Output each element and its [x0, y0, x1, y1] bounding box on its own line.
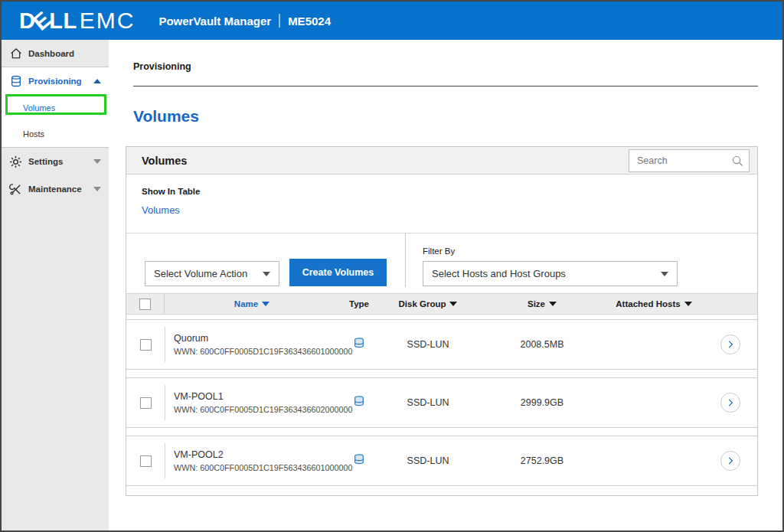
tools-icon: [9, 183, 22, 196]
action-bar-divider: [405, 233, 406, 287]
gear-icon: [9, 155, 22, 168]
table-body: Quorum WWN: 600C0FF0005D1C19F36343660100…: [126, 315, 757, 495]
table-row: Quorum WWN: 600C0FF0005D1C19F36343660100…: [126, 319, 757, 370]
sort-desc-icon: [549, 302, 557, 306]
volume-wwn: WWN: 600C0FF0005D1C19F563436601000000: [174, 463, 339, 472]
filter-by-label: Filter By: [423, 246, 678, 256]
volume-type-cell: [339, 453, 379, 468]
row-checkbox[interactable]: [140, 455, 152, 467]
dell-emc-logo: DELL EMC: [19, 8, 135, 34]
size-cell: 2008.5MB: [477, 339, 607, 350]
create-volumes-button[interactable]: Create Volumes: [289, 259, 387, 286]
size-cell: 2999.9GB: [477, 397, 607, 408]
sidebar-group-provisioning: Provisioning Volumes Hosts: [2, 67, 109, 148]
sidebar-item-hosts[interactable]: Hosts: [2, 121, 109, 147]
sidebar-item-label: Settings: [28, 157, 63, 166]
sidebar-item-label: Provisioning: [28, 77, 82, 86]
volume-type-cell: [339, 337, 379, 352]
volume-type-cell: [339, 395, 379, 410]
row-details-button[interactable]: [720, 393, 740, 413]
search-box: [629, 149, 750, 172]
volume-action-dropdown-value: Select Volume Action: [154, 268, 247, 279]
home-icon: [9, 47, 22, 60]
sidebar-subitem-label: Hosts: [23, 129, 44, 139]
sidebar-item-maintenance[interactable]: Maintenance: [2, 175, 109, 203]
row-checkbox[interactable]: [140, 397, 152, 409]
column-header-name[interactable]: Name: [165, 299, 339, 308]
table-row: VM-POOL1 WWN: 600C0FF0005D1C19F363436602…: [126, 377, 757, 428]
sort-desc-icon: [684, 302, 692, 306]
filter-group: Filter By Select Hosts and Host Groups: [423, 246, 678, 286]
volume-name: VM-POOL1: [174, 391, 339, 402]
chevron-down-icon: [93, 187, 101, 191]
powervault-manager-window: { "colors": { "brand_blue": "#0672CB", "…: [0, 0, 784, 532]
app-title: PowerVault Manager: [158, 15, 271, 28]
volume-name-cell: Quorum WWN: 600C0FF0005D1C19F36343660100…: [165, 327, 339, 362]
column-header-size[interactable]: Size: [477, 299, 607, 308]
chevron-down-icon: [93, 159, 101, 164]
header-divider: [133, 86, 758, 86]
disk-group-cell: SSD-LUN: [379, 455, 477, 466]
sidebar-item-dashboard[interactable]: Dashboard: [2, 40, 109, 67]
action-bar: Select Volume Action Create Volumes Filt…: [126, 233, 757, 293]
volume-name-cell: VM-POOL2 WWN: 600C0FF0005D1C19F563436601…: [165, 443, 339, 478]
volumes-panel: Volumes Show In Table Volumes Select Vol…: [126, 146, 758, 496]
volume-wwn: WWN: 600C0FF0005D1C19F363436601000000: [174, 347, 339, 356]
show-in-table-label: Show In Table: [142, 187, 742, 196]
chevron-down-icon: [263, 272, 270, 276]
volume-wwn: WWN: 600C0FF0005D1C19F363436602000000: [174, 405, 339, 414]
sidebar-nav: Dashboard Provisioning Volumes Hosts Set…: [2, 40, 109, 530]
sort-desc-icon: [449, 302, 457, 306]
row-checkbox[interactable]: [140, 339, 152, 351]
sidebar-item-label: Maintenance: [28, 184, 82, 194]
sidebar-item-volumes[interactable]: Volumes: [2, 95, 109, 121]
volume-type-icon: [353, 395, 365, 410]
show-in-table-value[interactable]: Volumes: [142, 204, 742, 216]
select-all-checkbox[interactable]: [139, 299, 151, 310]
sidebar-item-settings[interactable]: Settings: [2, 148, 109, 175]
chevron-down-icon: [661, 272, 668, 276]
volume-type-icon: [353, 337, 365, 352]
dell-logo-text: DELL: [19, 8, 77, 34]
sort-desc-icon: [262, 302, 270, 306]
emc-logo-text: EMC: [80, 8, 136, 34]
row-details-button[interactable]: [720, 335, 740, 354]
sidebar-item-provisioning[interactable]: Provisioning: [2, 67, 109, 95]
size-cell: 2752.9GB: [477, 455, 607, 466]
column-header-type: Type: [339, 299, 379, 308]
volume-name: VM-POOL2: [174, 449, 339, 460]
volume-type-icon: [353, 453, 365, 468]
select-all-cell: [126, 294, 165, 314]
disk-group-cell: SSD-LUN: [379, 339, 477, 350]
page-title: Volumes: [133, 107, 758, 126]
table-header-row: Name Type Disk Group Size Attached Hosts: [126, 293, 757, 315]
volume-name: Quorum: [174, 333, 339, 344]
system-model: ME5024: [288, 15, 331, 28]
breadcrumb: Provisioning: [133, 61, 758, 72]
disk-group-cell: SSD-LUN: [379, 397, 477, 408]
database-icon: [9, 75, 22, 88]
table-row: VM-POOL2 WWN: 600C0FF0005D1C19F563436601…: [126, 436, 757, 486]
hosts-filter-dropdown[interactable]: Select Hosts and Host Groups: [423, 261, 678, 286]
title-separator: [279, 14, 280, 28]
search-input[interactable]: [629, 149, 750, 172]
main-content: Provisioning Volumes Volumes Show In Tab…: [109, 40, 782, 530]
chevron-up-icon: [93, 79, 101, 83]
sidebar-item-label: Dashboard: [28, 49, 74, 58]
volume-name-cell: VM-POOL1 WWN: 600C0FF0005D1C19F363436602…: [165, 385, 339, 420]
show-in-table-section: Show In Table Volumes: [126, 175, 757, 233]
hosts-filter-dropdown-value: Select Hosts and Host Groups: [432, 268, 566, 279]
panel-title: Volumes: [142, 155, 187, 167]
column-header-attached-hosts[interactable]: Attached Hosts: [607, 299, 701, 308]
volume-action-dropdown[interactable]: Select Volume Action: [145, 261, 279, 286]
row-details-button[interactable]: [720, 451, 740, 471]
column-header-disk-group[interactable]: Disk Group: [379, 299, 477, 308]
top-header-bar: DELL EMC PowerVault Manager ME5024: [2, 2, 782, 40]
sidebar-subitem-label: Volumes: [23, 103, 55, 113]
panel-header: Volumes: [126, 147, 757, 175]
